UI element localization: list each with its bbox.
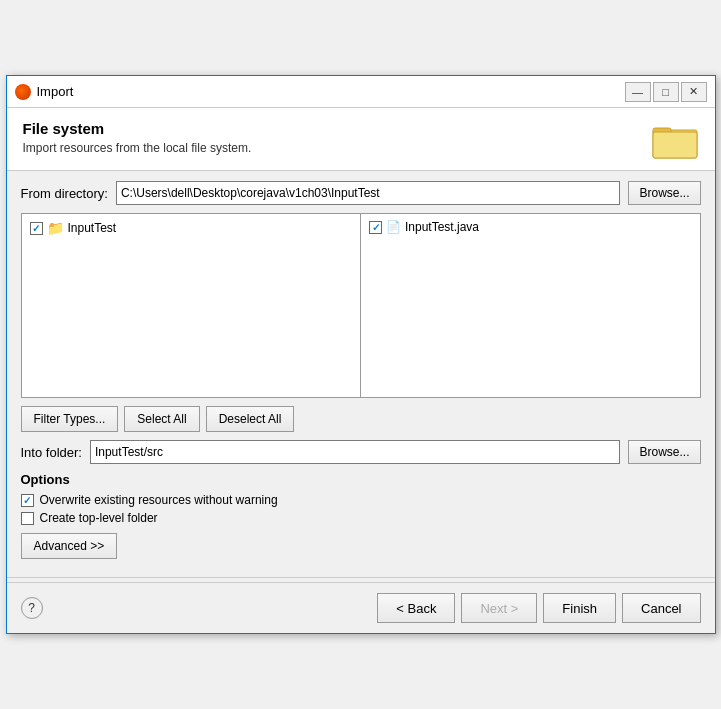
left-item-label: InputTest [68, 221, 117, 235]
window-controls: — □ ✕ [625, 82, 707, 102]
into-folder-input[interactable] [90, 440, 621, 464]
left-item-checkbox[interactable] [30, 222, 43, 235]
filter-types-button[interactable]: Filter Types... [21, 406, 119, 432]
next-button[interactable]: Next > [461, 593, 537, 623]
from-directory-browse-button[interactable]: Browse... [628, 181, 700, 205]
maximize-button[interactable]: □ [653, 82, 679, 102]
title-bar-left: Import [15, 84, 74, 100]
right-file-panel: 📄 InputTest.java [360, 213, 701, 398]
header-folder-icon [651, 120, 699, 160]
file-icon: 📄 [386, 220, 401, 234]
app-icon [15, 84, 31, 100]
from-directory-row: From directory: Browse... [21, 181, 701, 205]
folder-icon: 📁 [47, 220, 64, 236]
create-folder-option-row: Create top-level folder [21, 511, 701, 525]
file-panels: 📁 InputTest 📄 InputTest.java [21, 213, 701, 398]
page-subtitle: Import resources from the local file sys… [23, 141, 252, 155]
from-directory-input[interactable] [116, 181, 621, 205]
from-directory-label: From directory: [21, 186, 108, 201]
footer: ? < Back Next > Finish Cancel [7, 582, 715, 633]
help-button[interactable]: ? [21, 597, 43, 619]
cancel-button[interactable]: Cancel [622, 593, 700, 623]
options-title: Options [21, 472, 701, 487]
footer-buttons: < Back Next > Finish Cancel [377, 593, 700, 623]
back-button[interactable]: < Back [377, 593, 455, 623]
right-item-checkbox[interactable] [369, 221, 382, 234]
minimize-button[interactable]: — [625, 82, 651, 102]
action-buttons: Filter Types... Select All Deselect All [21, 406, 701, 432]
deselect-all-button[interactable]: Deselect All [206, 406, 295, 432]
folder-svg [651, 120, 699, 160]
close-button[interactable]: ✕ [681, 82, 707, 102]
advanced-button[interactable]: Advanced >> [21, 533, 118, 559]
window-title: Import [37, 84, 74, 99]
separator [7, 577, 715, 578]
svg-rect-2 [653, 132, 697, 158]
left-file-panel: 📁 InputTest [21, 213, 361, 398]
header-text: File system Import resources from the lo… [23, 120, 252, 155]
finish-button[interactable]: Finish [543, 593, 616, 623]
into-folder-row: Into folder: Browse... [21, 440, 701, 464]
list-item: 📁 InputTest [26, 218, 357, 238]
create-folder-label: Create top-level folder [40, 511, 158, 525]
create-folder-checkbox[interactable] [21, 512, 34, 525]
select-all-button[interactable]: Select All [124, 406, 199, 432]
header-section: File system Import resources from the lo… [7, 108, 715, 171]
page-title: File system [23, 120, 252, 137]
overwrite-checkbox[interactable] [21, 494, 34, 507]
overwrite-label: Overwrite existing resources without war… [40, 493, 278, 507]
dialog-content: From directory: Browse... 📁 InputTest 📄 … [7, 171, 715, 577]
list-item: 📄 InputTest.java [365, 218, 696, 236]
into-folder-browse-button[interactable]: Browse... [628, 440, 700, 464]
options-section: Options Overwrite existing resources wit… [21, 472, 701, 559]
import-dialog: Import — □ ✕ File system Import resource… [6, 75, 716, 634]
title-bar: Import — □ ✕ [7, 76, 715, 108]
right-item-label: InputTest.java [405, 220, 479, 234]
into-folder-label: Into folder: [21, 445, 82, 460]
overwrite-option-row: Overwrite existing resources without war… [21, 493, 701, 507]
